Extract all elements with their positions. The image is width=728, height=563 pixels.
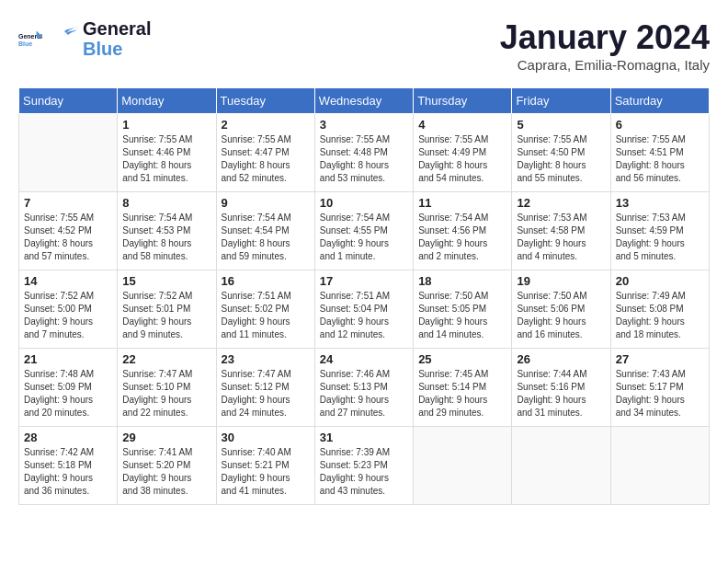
day-info: Sunrise: 7:55 AM Sunset: 4:47 PM Dayligh… [222,133,310,185]
day-number: 16 [222,274,310,288]
day-number: 9 [222,196,310,210]
calendar-day-cell: 1Sunrise: 7:55 AM Sunset: 4:46 PM Daylig… [118,114,216,192]
day-number: 3 [320,118,408,132]
calendar-week-row: 28Sunrise: 7:42 AM Sunset: 5:18 PM Dayli… [19,427,710,505]
calendar-day-cell [414,427,512,505]
calendar-table: SundayMondayTuesdayWednesdayThursdayFrid… [18,87,710,505]
calendar-day-cell: 21Sunrise: 7:48 AM Sunset: 5:09 PM Dayli… [19,349,118,427]
day-number: 30 [222,431,310,444]
day-info: Sunrise: 7:53 AM Sunset: 4:59 PM Dayligh… [616,212,704,263]
day-number: 10 [320,196,408,210]
day-info: Sunrise: 7:50 AM Sunset: 5:06 PM Dayligh… [517,290,605,341]
day-info: Sunrise: 7:54 AM Sunset: 4:53 PM Dayligh… [122,212,210,263]
day-info: Sunrise: 7:54 AM Sunset: 4:54 PM Dayligh… [222,212,310,263]
day-number: 22 [122,352,210,366]
logo-bird-icon [48,22,81,55]
calendar-day-cell [19,114,118,192]
calendar-day-cell: 3Sunrise: 7:55 AM Sunset: 4:48 PM Daylig… [314,114,413,192]
title-block: January 2024 Caprara, Emilia-Romagna, It… [500,18,710,73]
calendar-day-cell [610,427,709,505]
calendar-day-cell: 31Sunrise: 7:39 AM Sunset: 5:23 PM Dayli… [314,427,413,505]
calendar-day-cell: 26Sunrise: 7:44 AM Sunset: 5:16 PM Dayli… [512,349,610,427]
day-of-week-header: Thursday [414,88,512,114]
day-number: 6 [616,118,704,132]
day-number: 11 [418,196,506,210]
day-info: Sunrise: 7:50 AM Sunset: 5:05 PM Dayligh… [418,290,506,341]
day-number: 1 [122,118,210,132]
day-info: Sunrise: 7:39 AM Sunset: 5:23 PM Dayligh… [320,446,408,498]
day-of-week-header: Wednesday [314,88,413,114]
calendar-day-cell: 2Sunrise: 7:55 AM Sunset: 4:47 PM Daylig… [216,114,314,192]
calendar-header-row: SundayMondayTuesdayWednesdayThursdayFrid… [19,88,710,114]
day-info: Sunrise: 7:48 AM Sunset: 5:09 PM Dayligh… [24,368,112,419]
day-number: 13 [616,196,704,210]
calendar-day-cell: 27Sunrise: 7:43 AM Sunset: 5:17 PM Dayli… [610,349,709,427]
day-of-week-header: Sunday [19,88,118,114]
calendar-day-cell: 14Sunrise: 7:52 AM Sunset: 5:00 PM Dayli… [19,270,118,349]
calendar-day-cell: 10Sunrise: 7:54 AM Sunset: 4:55 PM Dayli… [314,192,413,270]
calendar-day-cell: 6Sunrise: 7:55 AM Sunset: 4:51 PM Daylig… [610,114,709,192]
day-number: 25 [418,352,506,366]
calendar-day-cell: 12Sunrise: 7:53 AM Sunset: 4:58 PM Dayli… [512,192,610,270]
day-info: Sunrise: 7:41 AM Sunset: 5:20 PM Dayligh… [122,446,210,498]
day-info: Sunrise: 7:47 AM Sunset: 5:12 PM Dayligh… [222,368,310,419]
day-info: Sunrise: 7:49 AM Sunset: 5:08 PM Dayligh… [616,290,704,341]
calendar-day-cell: 16Sunrise: 7:51 AM Sunset: 5:02 PM Dayli… [216,270,314,349]
calendar-day-cell: 5Sunrise: 7:55 AM Sunset: 4:50 PM Daylig… [512,114,610,192]
day-number: 20 [616,274,704,288]
day-number: 26 [517,352,605,366]
day-info: Sunrise: 7:51 AM Sunset: 5:04 PM Dayligh… [320,290,408,341]
day-info: Sunrise: 7:40 AM Sunset: 5:21 PM Dayligh… [222,446,310,498]
day-info: Sunrise: 7:55 AM Sunset: 4:51 PM Dayligh… [616,133,704,185]
day-number: 27 [616,352,704,366]
location-subtitle: Caprara, Emilia-Romagna, Italy [500,57,710,73]
calendar-day-cell: 19Sunrise: 7:50 AM Sunset: 5:06 PM Dayli… [512,270,610,349]
day-number: 5 [517,118,605,132]
calendar-day-cell: 4Sunrise: 7:55 AM Sunset: 4:49 PM Daylig… [414,114,512,192]
calendar-day-cell: 30Sunrise: 7:40 AM Sunset: 5:21 PM Dayli… [216,427,314,505]
calendar-day-cell: 17Sunrise: 7:51 AM Sunset: 5:04 PM Dayli… [314,270,413,349]
day-number: 19 [517,274,605,288]
day-info: Sunrise: 7:53 AM Sunset: 4:58 PM Dayligh… [517,212,605,263]
day-number: 18 [418,274,506,288]
calendar-day-cell: 18Sunrise: 7:50 AM Sunset: 5:05 PM Dayli… [414,270,512,349]
day-number: 8 [122,196,210,210]
calendar-day-cell: 29Sunrise: 7:41 AM Sunset: 5:20 PM Dayli… [118,427,216,505]
svg-text:Blue: Blue [18,40,32,47]
calendar-week-row: 1Sunrise: 7:55 AM Sunset: 4:46 PM Daylig… [19,114,710,192]
calendar-day-cell: 9Sunrise: 7:54 AM Sunset: 4:54 PM Daylig… [216,192,314,270]
calendar-day-cell: 24Sunrise: 7:46 AM Sunset: 5:13 PM Dayli… [314,349,413,427]
day-number: 2 [222,118,310,132]
day-number: 4 [418,118,506,132]
logo: General Blue General Blue [18,18,151,59]
day-number: 17 [320,274,408,288]
day-info: Sunrise: 7:55 AM Sunset: 4:48 PM Dayligh… [320,133,408,185]
calendar-day-cell: 11Sunrise: 7:54 AM Sunset: 4:56 PM Dayli… [414,192,512,270]
logo-text-line2: Blue [83,39,151,59]
logo-text-line1: General [83,18,151,39]
day-of-week-header: Monday [118,88,216,114]
day-number: 31 [320,431,408,444]
page-header: General Blue General Blue January 2024 C… [18,18,710,73]
day-info: Sunrise: 7:54 AM Sunset: 4:55 PM Dayligh… [320,212,408,263]
day-number: 14 [24,274,112,288]
calendar-day-cell: 22Sunrise: 7:47 AM Sunset: 5:10 PM Dayli… [118,349,216,427]
day-info: Sunrise: 7:51 AM Sunset: 5:02 PM Dayligh… [222,290,310,341]
calendar-day-cell: 15Sunrise: 7:52 AM Sunset: 5:01 PM Dayli… [118,270,216,349]
day-info: Sunrise: 7:55 AM Sunset: 4:52 PM Dayligh… [24,212,112,263]
day-number: 24 [320,352,408,366]
day-of-week-header: Tuesday [216,88,314,114]
day-number: 15 [122,274,210,288]
day-info: Sunrise: 7:55 AM Sunset: 4:49 PM Dayligh… [418,133,506,185]
calendar-day-cell [512,427,610,505]
day-info: Sunrise: 7:54 AM Sunset: 4:56 PM Dayligh… [418,212,506,263]
day-info: Sunrise: 7:44 AM Sunset: 5:16 PM Dayligh… [517,368,605,419]
day-number: 7 [24,196,112,210]
day-of-week-header: Saturday [610,88,709,114]
day-info: Sunrise: 7:52 AM Sunset: 5:01 PM Dayligh… [122,290,210,341]
day-number: 21 [24,352,112,366]
calendar-day-cell: 25Sunrise: 7:45 AM Sunset: 5:14 PM Dayli… [414,349,512,427]
day-info: Sunrise: 7:46 AM Sunset: 5:13 PM Dayligh… [320,368,408,419]
day-info: Sunrise: 7:43 AM Sunset: 5:17 PM Dayligh… [616,368,704,419]
calendar-day-cell: 23Sunrise: 7:47 AM Sunset: 5:12 PM Dayli… [216,349,314,427]
